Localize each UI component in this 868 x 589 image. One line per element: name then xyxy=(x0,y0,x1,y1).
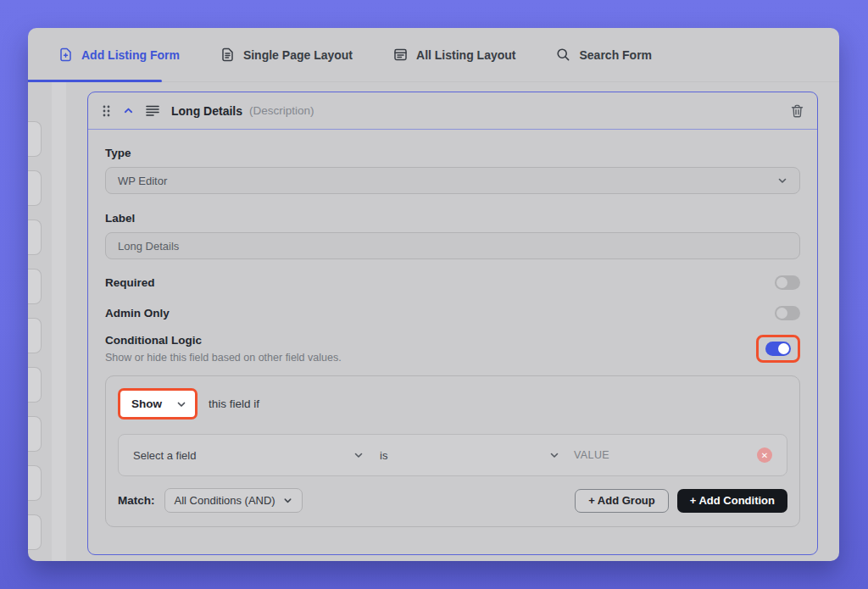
condition-operator-value: is xyxy=(380,449,387,462)
action-row: Show this field if xyxy=(118,388,787,420)
label-input-value: Long Details xyxy=(118,240,179,253)
collapsed-field-sliver xyxy=(28,318,42,353)
toggle-knob xyxy=(776,308,787,319)
admin-only-label: Admin Only xyxy=(105,307,170,320)
match-select[interactable]: All Conditions (AND) xyxy=(164,488,303,513)
tab-search-form[interactable]: Search Form xyxy=(536,28,672,81)
show-hide-value: Show xyxy=(131,397,162,410)
collapsed-field-sliver xyxy=(28,514,42,550)
field-editor-body: Type WP Editor Label Long Details Requir… xyxy=(88,130,817,527)
drag-handle-icon[interactable] xyxy=(102,104,111,118)
conditional-logic-row: Conditional Logic Show or hide this fiel… xyxy=(105,334,800,364)
conditional-logic-label: Conditional Logic xyxy=(105,334,342,347)
tab-bar: Add Listing Form Single Page Layout All … xyxy=(28,28,839,82)
condition-field-placeholder: Select a field xyxy=(133,449,196,462)
tab-label: Search Form xyxy=(579,48,652,62)
condition-operator-select[interactable]: is xyxy=(380,449,559,462)
layout-icon xyxy=(393,47,408,62)
chevron-down-icon xyxy=(283,496,292,505)
add-condition-button[interactable]: + Add Condition xyxy=(677,489,787,513)
action-suffix-text: this field if xyxy=(209,397,259,410)
type-select-value: WP Editor xyxy=(118,175,167,187)
chevron-down-icon xyxy=(549,450,559,460)
type-label: Type xyxy=(105,147,800,159)
add-file-icon xyxy=(58,47,73,62)
collapsed-field-sliver xyxy=(28,465,42,501)
toggle-knob xyxy=(776,277,787,288)
collapsed-field-sliver xyxy=(28,416,42,452)
field-editor-panel: Long Details (Description) Type WP Edito… xyxy=(87,92,818,555)
tab-label: Single Page Layout xyxy=(243,48,353,62)
match-select-value: All Conditions (AND) xyxy=(175,494,275,507)
condition-value-input[interactable]: VALUE xyxy=(559,449,757,461)
match-row: Match: All Conditions (AND) + Add Group … xyxy=(118,488,787,513)
collapsed-field-sliver xyxy=(28,367,42,403)
toggle-knob xyxy=(778,343,789,354)
add-group-button[interactable]: + Add Group xyxy=(575,489,669,513)
collapse-chevron-up-icon[interactable] xyxy=(123,105,134,116)
match-label: Match: xyxy=(118,494,155,507)
admin-only-toggle[interactable] xyxy=(775,306,800,320)
tab-all-listing-layout[interactable]: All Listing Layout xyxy=(373,28,536,81)
page-icon xyxy=(220,47,235,62)
chevron-down-icon xyxy=(176,399,186,409)
search-icon xyxy=(556,47,570,62)
highlight-ring xyxy=(756,335,800,363)
field-type-text-icon xyxy=(146,105,159,117)
left-rail-divider xyxy=(52,82,66,561)
field-title: Long Details xyxy=(171,104,242,118)
label-label: Label xyxy=(105,212,800,225)
condition-row: Select a field is VALUE xyxy=(118,434,787,476)
conditional-logic-text: Conditional Logic Show or hide this fiel… xyxy=(105,334,342,364)
collapsed-field-sliver xyxy=(28,170,42,206)
collapsed-field-sliver xyxy=(28,219,42,255)
required-toggle[interactable] xyxy=(775,275,800,290)
admin-only-row: Admin Only xyxy=(105,306,800,320)
required-row: Required xyxy=(105,275,800,290)
collapsed-field-sliver xyxy=(28,121,42,157)
field-subtitle: (Description) xyxy=(249,104,314,117)
delete-field-trash-icon[interactable] xyxy=(791,104,804,118)
page-backdrop: { "colors": { "backdrop": "#6b6fe4", "ac… xyxy=(0,0,868,589)
conditional-logic-section: Show this field if Select a field xyxy=(105,375,800,527)
tab-single-page-layout[interactable]: Single Page Layout xyxy=(200,28,373,81)
field-editor-header: Long Details (Description) xyxy=(88,92,817,130)
remove-condition-button[interactable]: ✕ xyxy=(757,447,772,463)
chevron-down-icon xyxy=(353,450,364,460)
type-select[interactable]: WP Editor xyxy=(105,167,800,194)
tab-label: Add Listing Form xyxy=(81,48,180,62)
required-label: Required xyxy=(105,276,155,289)
chevron-down-icon xyxy=(777,175,787,186)
show-hide-select[interactable]: Show xyxy=(118,388,198,420)
collapsed-field-sliver xyxy=(28,269,42,304)
tab-label: All Listing Layout xyxy=(416,48,515,62)
conditional-logic-toggle[interactable] xyxy=(765,342,791,356)
builder-card: Add Listing Form Single Page Layout All … xyxy=(28,28,839,561)
tab-add-listing-form[interactable]: Add Listing Form xyxy=(38,28,200,81)
builder-content: Long Details (Description) Type WP Edito… xyxy=(28,82,839,561)
conditional-logic-description: Show or hide this field based on other f… xyxy=(105,352,342,364)
condition-field-select[interactable]: Select a field xyxy=(133,449,364,462)
label-input[interactable]: Long Details xyxy=(105,232,800,259)
